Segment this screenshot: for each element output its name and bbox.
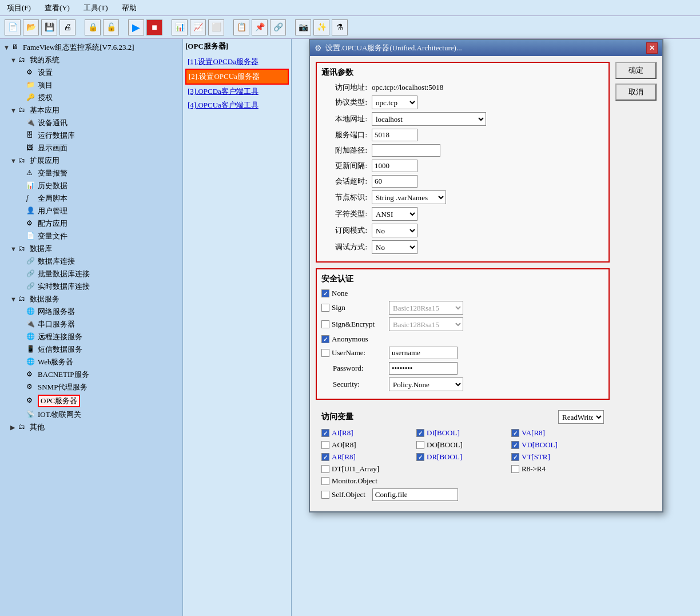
toolbar-lock[interactable]: 🔒: [85, 19, 101, 35]
menu-project[interactable]: 项目(F): [5, 2, 33, 14]
var-self-checkbox[interactable]: [321, 491, 329, 499]
password-input[interactable]: [389, 362, 458, 375]
tree-auth[interactable]: 🔑 授权: [2, 92, 180, 104]
access-vars-grid: AI[R8] DI[BOOL] VA[R8]: [321, 428, 604, 501]
toolbar-wand[interactable]: ✨: [313, 19, 329, 35]
dialog-close-button[interactable]: ✕: [646, 42, 658, 54]
opc-da-item[interactable]: [1].设置OPCDa服务器: [185, 55, 289, 69]
tree-root[interactable]: ▼ 🖥 FameView组态监控系统[V7.6.23.2]: [2, 41, 180, 54]
opc-ua-client-item[interactable]: [4].OPCUa客户端工具: [185, 98, 289, 112]
tree-user-mgmt[interactable]: 👤 用户管理: [2, 205, 180, 217]
char-type-select[interactable]: ANSI: [372, 207, 417, 221]
timeout-input[interactable]: [372, 175, 417, 188]
menu-help[interactable]: 帮助: [120, 2, 139, 14]
tree-remote-conn[interactable]: 🌐 远程连接服务: [2, 331, 180, 343]
toolbar-beaker[interactable]: ⚗: [332, 19, 348, 35]
var-ar-label: AR[R8]: [332, 452, 356, 462]
var-do-checkbox[interactable]: [416, 441, 424, 449]
none-checkbox[interactable]: [321, 289, 329, 297]
var-ai-label: AI[R8]: [332, 428, 353, 438]
tree-settings[interactable]: ⚙ 设置: [2, 66, 180, 79]
port-input[interactable]: [372, 129, 417, 141]
cancel-button[interactable]: 取消: [615, 84, 657, 101]
toolbar-record[interactable]: 📊: [172, 19, 188, 35]
tree-db-conn[interactable]: 🔗 数据库连接: [2, 255, 180, 268]
local-addr-select[interactable]: localhost: [372, 112, 486, 126]
sign-alg-select[interactable]: Basic128Rsa15: [389, 301, 463, 315]
tree-script[interactable]: f 全局脚本: [2, 192, 180, 205]
tree-var-file[interactable]: 📄 变量文件: [2, 230, 180, 243]
ok-button[interactable]: 确定: [615, 62, 657, 79]
tree-net-server[interactable]: 🌐 网络服务器: [2, 305, 180, 318]
toolbar-print[interactable]: 🖨: [59, 19, 75, 35]
debug-select[interactable]: No Yes: [372, 240, 417, 254]
var-ai-checkbox[interactable]: [321, 429, 329, 437]
tree-recipe[interactable]: ⚙ 配方应用: [2, 217, 180, 230]
security-policy-select[interactable]: Policy.None: [389, 377, 463, 391]
opc-ua-item[interactable]: [2].设置OPCUa服务器: [185, 69, 289, 85]
tree-batch-db[interactable]: 🔗 批量数据库连接: [2, 268, 180, 280]
toolbar-stop[interactable]: ■: [146, 19, 162, 35]
toolbar-save[interactable]: 💾: [41, 19, 57, 35]
tree-other[interactable]: ▶ 🗂 其他: [2, 421, 180, 434]
tree-iot[interactable]: 📡 IOT.物联网关: [2, 408, 180, 421]
path-input[interactable]: [372, 144, 440, 157]
tree-sms[interactable]: 📱 短信数据服务: [2, 343, 180, 356]
tree-history[interactable]: 📊 历史数据: [2, 180, 180, 192]
var-di-checkbox[interactable]: [416, 429, 424, 437]
var-va-checkbox[interactable]: [511, 429, 519, 437]
toolbar-unlock[interactable]: 🔓: [103, 19, 119, 35]
menu-view[interactable]: 查看(Y): [42, 2, 72, 14]
var-vd-checkbox[interactable]: [511, 441, 519, 449]
var-r8r4-checkbox[interactable]: [511, 465, 519, 473]
sign-checkbox[interactable]: [321, 304, 329, 312]
opc-da-client-item[interactable]: [3].OPCDa客户端工具: [185, 85, 289, 98]
var-dt-checkbox[interactable]: [321, 465, 329, 473]
var-ao-checkbox[interactable]: [321, 441, 329, 449]
username-input[interactable]: [389, 347, 458, 359]
toolbar-shapes[interactable]: ⬜: [208, 19, 224, 35]
tree-alarm[interactable]: ⚠ 变量报警: [2, 167, 180, 180]
tree-bacnet[interactable]: ⚙ BACNETIP服务: [2, 368, 180, 381]
toolbar-new[interactable]: 📄: [5, 19, 21, 35]
var-monitor-checkbox[interactable]: [321, 477, 329, 485]
tree-web-server[interactable]: 🌐 Web服务器: [2, 356, 180, 368]
tree-basic-app[interactable]: ▼ 🗂 基本应用: [2, 104, 180, 117]
comm-params-title: 通讯参数: [321, 67, 604, 78]
toolbar-link[interactable]: 🔗: [270, 19, 286, 35]
node-id-select[interactable]: String .varNames: [372, 190, 446, 204]
tree-ext-app[interactable]: ▼ 🗂 扩展应用: [2, 154, 180, 167]
toolbar-play[interactable]: ▶: [128, 19, 144, 35]
tree-my-system[interactable]: ▼ 🗂 我的系统: [2, 54, 180, 66]
toolbar-open[interactable]: 📂: [23, 19, 39, 35]
signencrypt-alg-select[interactable]: Basic128Rsa15: [389, 317, 463, 331]
var-vt-checkbox[interactable]: [511, 453, 519, 461]
tree-serial-server[interactable]: 🔌 串口服务器: [2, 318, 180, 331]
toolbar-paste[interactable]: 📌: [252, 19, 268, 35]
var-self-label: Self.Object: [332, 490, 365, 499]
tree-opc-server[interactable]: ⚙ OPC服务器: [2, 394, 180, 408]
toolbar-camera[interactable]: 📷: [295, 19, 311, 35]
interval-input[interactable]: [372, 160, 417, 172]
tree-project[interactable]: 📁 项目: [2, 79, 180, 92]
protocol-select[interactable]: opc.tcp: [372, 96, 417, 109]
tree-runtime-db[interactable]: 🗄 运行数据库: [2, 129, 180, 142]
tree-device-comm[interactable]: 🔌 设备通讯: [2, 117, 180, 129]
tree-display[interactable]: 🖼 显示画面: [2, 142, 180, 154]
anonymous-checkbox[interactable]: [321, 335, 329, 343]
access-mode-select[interactable]: ReadWrite ReadOnly WriteOnly: [558, 410, 604, 424]
path-label: 附加路径:: [321, 145, 367, 156]
menu-tools[interactable]: 工具(T): [81, 2, 110, 14]
config-file-input[interactable]: [372, 488, 458, 501]
username-checkbox[interactable]: [321, 349, 329, 357]
signencrypt-checkbox[interactable]: [321, 320, 329, 328]
subscribe-select[interactable]: No Yes: [372, 224, 417, 237]
var-ar-checkbox[interactable]: [321, 453, 329, 461]
toolbar-copy[interactable]: 📋: [233, 19, 249, 35]
tree-database[interactable]: ▼ 🗂 数据库: [2, 243, 180, 255]
tree-realtime-db[interactable]: 🔗 实时数据库连接: [2, 280, 180, 293]
tree-snmp[interactable]: ⚙ SNMP代理服务: [2, 381, 180, 394]
var-dr-checkbox[interactable]: [416, 453, 424, 461]
toolbar-chart[interactable]: 📈: [190, 19, 206, 35]
tree-data-service[interactable]: ▼ 🗂 数据服务: [2, 293, 180, 305]
